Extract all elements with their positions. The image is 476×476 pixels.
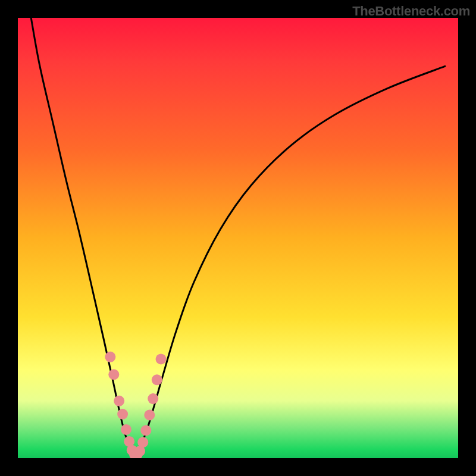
highlight-dot [152, 374, 162, 385]
curve-right-branch [137, 66, 445, 453]
v-curve [31, 18, 445, 454]
highlight-dots [105, 352, 166, 458]
highlight-dot [137, 437, 148, 447]
highlight-dot [140, 425, 151, 436]
plot-area [18, 18, 458, 458]
watermark-text: TheBottleneck.com [352, 4, 470, 19]
chart-frame: TheBottleneck.com [0, 0, 476, 476]
curve-layer [18, 18, 458, 458]
highlight-dot [121, 424, 131, 435]
highlight-dot [144, 410, 155, 421]
highlight-dot [156, 354, 167, 365]
highlight-dot [114, 396, 124, 406]
highlight-dot [108, 369, 119, 380]
highlight-dot [148, 393, 158, 404]
highlight-dot [117, 409, 128, 419]
curve-left-branch [31, 18, 132, 454]
highlight-dot [105, 352, 115, 362]
